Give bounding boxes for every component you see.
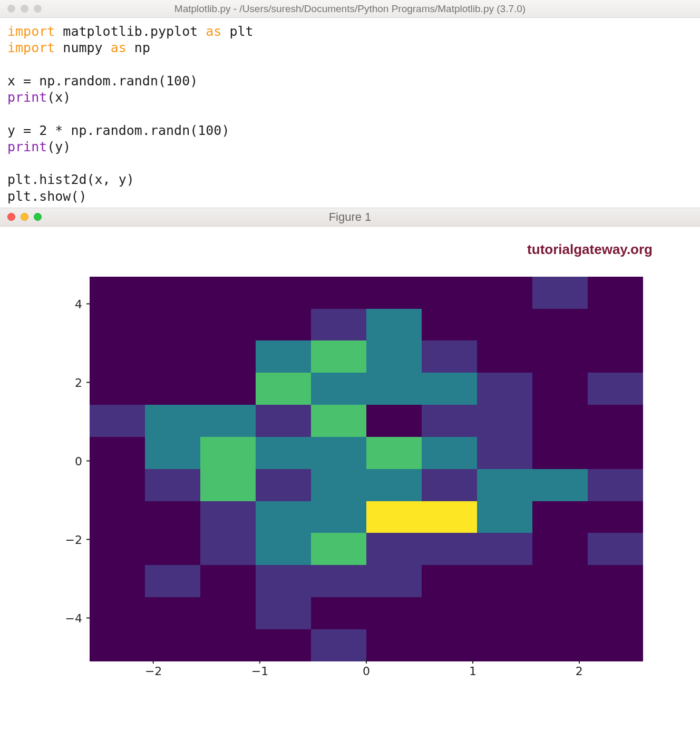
figure-title: Figure 1 xyxy=(0,210,700,224)
heatmap-cell xyxy=(588,469,643,501)
y-tick-label: 0 xyxy=(51,454,82,467)
heatmap-cell xyxy=(477,533,532,565)
y-tick-label: −4 xyxy=(51,611,82,625)
figure-body: tutorialgateway.org −4−2024 −2−1012 xyxy=(0,227,700,704)
x-axis: −2−1012 xyxy=(90,661,643,693)
heatmap-cell xyxy=(145,469,200,501)
heatmap-cell xyxy=(256,405,311,437)
window-controls xyxy=(7,213,42,221)
heatmap-cell xyxy=(311,565,366,597)
heatmap-cell xyxy=(532,277,588,309)
heatmap-cell xyxy=(588,533,643,565)
heatmap-cell xyxy=(477,373,532,405)
plot-area xyxy=(90,277,643,661)
editor-titlebar[interactable]: Matplotlib.py - /Users/suresh/Documents/… xyxy=(0,0,700,18)
heatmap-cell xyxy=(256,437,311,469)
heatmap-cell xyxy=(145,565,200,597)
minimize-icon[interactable] xyxy=(21,5,28,13)
heatmap-cell xyxy=(311,309,366,341)
heatmap-cell xyxy=(256,501,311,533)
x-tick-label: −1 xyxy=(251,665,268,678)
x-tick-label: −2 xyxy=(145,665,162,678)
close-icon[interactable] xyxy=(7,5,15,13)
heatmap-cell xyxy=(311,533,366,565)
heatmap-cell xyxy=(311,629,366,661)
close-icon[interactable] xyxy=(7,213,15,221)
figure-window: Figure 1 tutorialgateway.org −4−2024 −2−… xyxy=(0,208,700,704)
editor-window: Matplotlib.py - /Users/suresh/Documents/… xyxy=(0,0,700,208)
heatmap-cell xyxy=(311,340,366,373)
window-controls xyxy=(7,5,42,13)
heatmap-cell xyxy=(477,405,532,437)
heatmap-cell xyxy=(477,469,532,501)
heatmap-cell xyxy=(366,533,422,565)
heatmap-cell xyxy=(366,565,422,597)
heatmap-cell xyxy=(200,469,256,501)
heatmap-cell xyxy=(200,501,256,533)
heatmap-cell xyxy=(422,437,477,469)
heatmap-cell xyxy=(200,437,256,469)
y-tick-label: 4 xyxy=(51,297,82,310)
heatmap-cell xyxy=(200,405,256,437)
heatmap-cell xyxy=(477,501,532,533)
heatmap-cell xyxy=(145,405,200,437)
heatmap-cell xyxy=(311,373,366,405)
code-editor[interactable]: import matplotlib.pyplot as pltimport nu… xyxy=(0,18,700,208)
heatmap-cell xyxy=(366,340,422,373)
heatmap-cell xyxy=(256,340,311,373)
heatmap-cell xyxy=(366,309,422,341)
heatmap-cell xyxy=(422,501,477,533)
heatmap-cell xyxy=(366,373,422,405)
zoom-icon[interactable] xyxy=(34,213,42,221)
editor-title: Matplotlib.py - /Users/suresh/Documents/… xyxy=(0,3,700,15)
y-axis: −4−2024 xyxy=(0,277,89,661)
heatmap-cell xyxy=(422,469,477,501)
heatmap-cell xyxy=(366,469,422,501)
zoom-icon[interactable] xyxy=(34,5,42,13)
heatmap-cell xyxy=(366,501,422,533)
heatmap-cell xyxy=(256,373,311,405)
heatmap-cell xyxy=(145,437,200,469)
heatmap-cell xyxy=(422,373,477,405)
hist2d-chart: −4−2024 −2−1012 xyxy=(0,271,700,704)
heatmap-cell xyxy=(311,501,366,533)
heatmap-cell xyxy=(200,533,256,565)
heatmap-cell xyxy=(256,469,311,501)
heatmap-cell xyxy=(256,533,311,565)
heatmap-cell xyxy=(588,373,643,405)
minimize-icon[interactable] xyxy=(21,213,28,221)
heatmap-cell xyxy=(477,437,532,469)
x-tick-label: 0 xyxy=(363,665,370,678)
figure-titlebar[interactable]: Figure 1 xyxy=(0,208,700,227)
heatmap-cell xyxy=(90,405,145,437)
heatmap-cell xyxy=(366,437,422,469)
heatmap-cell xyxy=(422,533,477,565)
heatmap-cell xyxy=(256,597,311,629)
x-tick-label: 1 xyxy=(469,665,477,678)
heatmap-cell xyxy=(311,437,366,469)
heatmap-cell xyxy=(256,565,311,597)
heatmap-cell xyxy=(422,340,477,373)
heatmap-cell xyxy=(422,405,477,437)
heatmap-cell xyxy=(311,469,366,501)
heatmap-cell xyxy=(311,405,366,437)
watermark-text: tutorialgateway.org xyxy=(0,241,700,258)
y-tick-label: 2 xyxy=(51,376,82,389)
y-tick-label: −2 xyxy=(51,533,82,546)
heatmap-cell xyxy=(532,469,588,501)
x-tick-label: 2 xyxy=(576,665,583,678)
